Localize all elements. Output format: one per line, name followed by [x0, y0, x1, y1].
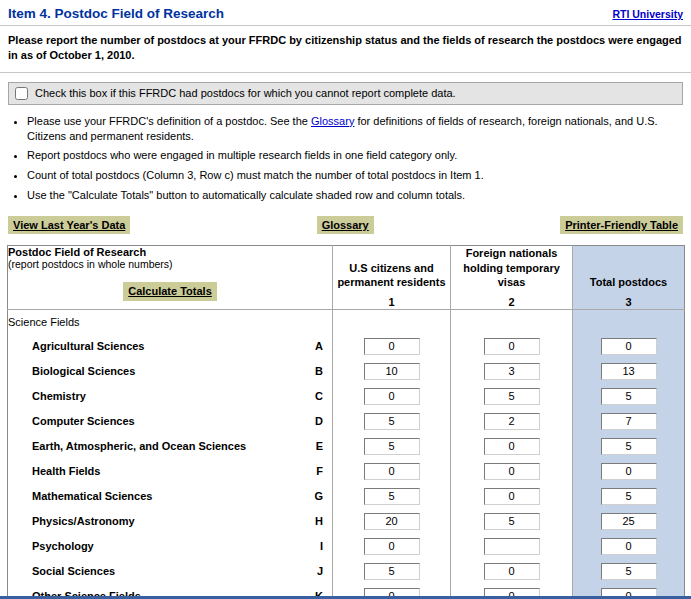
field-label: Social Sciences	[32, 565, 115, 577]
us-citizens-input[interactable]	[364, 513, 420, 530]
field-label: Health Fields	[32, 465, 100, 477]
section-label: Science Fields	[8, 310, 333, 334]
table-row: Agricultural SciencesA	[8, 334, 685, 359]
row-letter: A	[315, 340, 323, 352]
total-postdocs-input[interactable]	[601, 438, 657, 455]
field-label: Biological Sciences	[32, 365, 135, 377]
incomplete-data-checkbox[interactable]	[15, 87, 28, 100]
field-label: Psychology	[32, 540, 94, 552]
us-citizens-input[interactable]	[364, 413, 420, 430]
total-postdocs-input[interactable]	[601, 463, 657, 480]
intro-text: Please report the number of postdocs at …	[0, 26, 691, 73]
column-header-total: Total postdocs 3	[573, 246, 685, 310]
column-header-us-citizens: U.S citizens and permanent residents 1	[333, 246, 451, 310]
row-letter: F	[316, 465, 323, 477]
foreign-nationals-input[interactable]	[484, 388, 540, 405]
foreign-nationals-input[interactable]	[484, 513, 540, 530]
row-letter: H	[315, 515, 323, 527]
row-letter: C	[315, 390, 323, 402]
us-citizens-input[interactable]	[364, 488, 420, 505]
row-letter: D	[315, 415, 323, 427]
table-row: Earth, Atmospheric, and Ocean SciencesE	[8, 434, 685, 459]
us-citizens-input[interactable]	[364, 563, 420, 580]
table-row: Social SciencesJ	[8, 559, 685, 584]
total-postdocs-input[interactable]	[601, 413, 657, 430]
column-header-foreign-nationals: Foreign nationals holding temporary visa…	[451, 246, 573, 310]
table-row: PsychologyI	[8, 534, 685, 559]
org-link[interactable]: RTI University	[612, 8, 683, 20]
page-header: Item 4. Postdoc Field of Research RTI Un…	[0, 0, 691, 26]
row-letter: B	[315, 365, 323, 377]
field-label: Agricultural Sciences	[32, 340, 145, 352]
total-postdocs-input[interactable]	[601, 363, 657, 380]
instruction-item: Please use your FFRDC's definition of a …	[27, 114, 691, 144]
field-label: Mathematical Sciences	[32, 490, 152, 502]
incomplete-data-bar: Check this box if this FFRDC had postdoc…	[8, 82, 683, 105]
table-row: Mathematical SciencesG	[8, 484, 685, 509]
instruction-item: Use the "Calculate Totals" button to aut…	[27, 188, 691, 203]
table-row: Physics/AstronomyH	[8, 509, 685, 534]
total-postdocs-input[interactable]	[601, 563, 657, 580]
glossary-link[interactable]: Glossary	[311, 115, 354, 127]
table-row: Health FieldsF	[8, 459, 685, 484]
total-postdocs-input[interactable]	[601, 338, 657, 355]
table-row: Biological SciencesB	[8, 359, 685, 384]
row-letter: I	[320, 540, 323, 552]
glossary-button[interactable]: Glossary	[317, 216, 374, 234]
us-citizens-input[interactable]	[364, 538, 420, 555]
instruction-item: Report postdocs who were engaged in mult…	[27, 148, 691, 163]
foreign-nationals-input[interactable]	[484, 538, 540, 555]
incomplete-data-label: Check this box if this FFRDC had postdoc…	[35, 87, 456, 99]
instruction-item: Count of total postdocs (Column 3, Row c…	[27, 168, 691, 183]
foreign-nationals-input[interactable]	[484, 338, 540, 355]
total-postdocs-input[interactable]	[601, 488, 657, 505]
table-title: Postdoc Field of Research	[8, 246, 332, 258]
view-last-year-button[interactable]: View Last Year's Data	[8, 216, 130, 234]
field-label: Physics/Astronomy	[32, 515, 135, 527]
table-row: ChemistryC	[8, 384, 685, 409]
foreign-nationals-input[interactable]	[484, 563, 540, 580]
table-row: Computer SciencesD	[8, 409, 685, 434]
instructions-list: Please use your FFRDC's definition of a …	[0, 114, 691, 203]
table-subtitle: (report postdocs in whole numbers)	[8, 258, 332, 270]
total-postdocs-input[interactable]	[601, 513, 657, 530]
postdoc-table: Postdoc Field of Research (report postdo…	[7, 245, 685, 599]
total-postdocs-input[interactable]	[601, 538, 657, 555]
section-row: Science Fields	[8, 310, 685, 334]
us-citizens-input[interactable]	[364, 363, 420, 380]
field-label: Earth, Atmospheric, and Ocean Sciences	[32, 440, 246, 452]
us-citizens-input[interactable]	[364, 388, 420, 405]
foreign-nationals-input[interactable]	[484, 488, 540, 505]
table-corner-header: Postdoc Field of Research (report postdo…	[8, 246, 333, 310]
row-letter: J	[317, 565, 323, 577]
printer-friendly-button[interactable]: Printer-Friendly Table	[560, 216, 683, 234]
table-header-row: Postdoc Field of Research (report postdo…	[8, 246, 685, 310]
foreign-nationals-input[interactable]	[484, 413, 540, 430]
field-label: Chemistry	[32, 390, 86, 402]
row-letter: E	[316, 440, 323, 452]
field-label: Computer Sciences	[32, 415, 135, 427]
row-letter: G	[314, 490, 323, 502]
calculate-totals-button[interactable]: Calculate Totals	[123, 282, 217, 300]
page-title: Item 4. Postdoc Field of Research	[8, 6, 224, 21]
action-buttons: View Last Year's Data Glossary Printer-F…	[0, 208, 691, 245]
foreign-nationals-input[interactable]	[484, 363, 540, 380]
foreign-nationals-input[interactable]	[484, 463, 540, 480]
us-citizens-input[interactable]	[364, 338, 420, 355]
us-citizens-input[interactable]	[364, 438, 420, 455]
total-postdocs-input[interactable]	[601, 388, 657, 405]
foreign-nationals-input[interactable]	[484, 438, 540, 455]
us-citizens-input[interactable]	[364, 463, 420, 480]
